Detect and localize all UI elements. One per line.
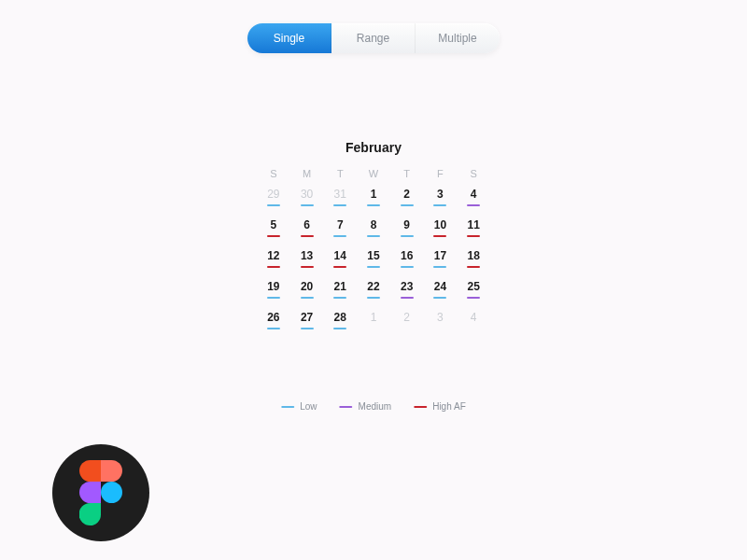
day-level-bar [333, 297, 346, 299]
day-level-bar [433, 204, 446, 206]
figma-logo [52, 444, 149, 541]
weekday-label: F [424, 168, 458, 179]
calendar-day[interactable]: 11 [457, 219, 490, 237]
calendar-day[interactable]: 12 [257, 250, 290, 268]
weekday-label: S [457, 168, 490, 179]
calendar-day[interactable]: 23 [390, 281, 424, 299]
calendar-day[interactable]: 26 [257, 312, 290, 329]
tab-single[interactable]: Single [247, 23, 331, 53]
calendar-day[interactable]: 3 [424, 189, 458, 206]
day-level-bar [433, 235, 446, 237]
legend-label: Medium [359, 401, 392, 412]
day-level-bar [267, 297, 280, 299]
day-level-bar [367, 297, 380, 299]
day-number: 19 [267, 281, 279, 292]
day-number: 27 [301, 312, 313, 323]
legend: LowMediumHigh AF [281, 401, 466, 412]
calendar-day[interactable]: 27 [290, 312, 324, 329]
calendar-day[interactable]: 21 [323, 281, 357, 299]
calendar-day[interactable]: 16 [390, 250, 424, 268]
calendar-day[interactable]: 2 [390, 189, 424, 206]
day-number: 21 [334, 281, 346, 292]
day-level-bar [367, 328, 380, 329]
weekday-label: T [323, 168, 357, 179]
day-number: 4 [471, 312, 477, 323]
calendar-day[interactable]: 13 [290, 250, 324, 268]
day-level-bar [301, 235, 314, 237]
calendar-day[interactable]: 8 [357, 219, 390, 237]
day-number: 28 [334, 312, 346, 323]
tab-multiple[interactable]: Multiple [416, 23, 500, 53]
day-number: 14 [334, 250, 346, 261]
calendar-day[interactable]: 4 [457, 189, 490, 206]
day-number: 2 [403, 312, 410, 323]
calendar-day[interactable]: 14 [323, 250, 357, 268]
weekday-label: M [290, 168, 324, 179]
calendar-day[interactable]: 24 [424, 281, 458, 299]
calendar-day[interactable]: 28 [323, 312, 357, 329]
day-number: 3 [437, 312, 444, 323]
calendar-day: 4 [457, 312, 490, 329]
day-number: 20 [301, 281, 313, 292]
day-level-bar [433, 266, 446, 268]
day-level-bar [367, 266, 380, 268]
weekday-label: S [257, 168, 290, 179]
calendar-day[interactable]: 19 [257, 281, 290, 299]
calendar-day[interactable]: 10 [424, 219, 458, 237]
day-level-bar [433, 297, 446, 299]
calendar-day[interactable]: 18 [457, 250, 490, 268]
day-number: 2 [403, 189, 410, 200]
calendar-day[interactable]: 1 [357, 189, 390, 206]
calendar-day: 31 [323, 189, 357, 206]
day-number: 9 [403, 219, 410, 231]
calendar-day[interactable]: 22 [357, 281, 390, 299]
day-number: 10 [434, 219, 446, 231]
day-level-bar [467, 297, 480, 299]
legend-item: Medium [340, 401, 392, 412]
day-number: 22 [367, 281, 379, 292]
calendar-day[interactable]: 7 [323, 219, 357, 237]
weekday-label: T [390, 168, 424, 179]
calendar-day[interactable]: 17 [424, 250, 458, 268]
day-level-bar [267, 235, 280, 237]
day-level-bar [401, 204, 414, 206]
day-number: 6 [303, 219, 310, 231]
day-number: 12 [267, 250, 279, 261]
tab-label: Multiple [438, 32, 476, 45]
day-number: 25 [467, 281, 479, 292]
day-level-bar [301, 297, 314, 299]
day-number: 23 [401, 281, 413, 292]
day-number: 24 [434, 281, 446, 292]
calendar-day[interactable]: 9 [390, 219, 424, 237]
calendar-grid: 2930311234567891011121314151617181920212… [257, 189, 490, 329]
calendar-day[interactable]: 25 [457, 281, 490, 299]
calendar: February SMTWTFS 29303112345678910111213… [257, 140, 490, 329]
day-level-bar [401, 297, 414, 299]
day-number: 8 [371, 219, 377, 231]
svg-point-0 [101, 482, 122, 503]
tab-label: Range [357, 32, 389, 45]
day-level-bar [301, 266, 314, 268]
calendar-day[interactable]: 6 [290, 219, 324, 237]
calendar-day: 29 [257, 189, 290, 206]
day-level-bar [333, 266, 346, 268]
calendar-day[interactable]: 15 [357, 250, 390, 268]
day-level-bar [433, 328, 446, 329]
calendar-day[interactable]: 20 [290, 281, 324, 299]
day-level-bar [301, 204, 314, 206]
day-level-bar [467, 235, 480, 237]
day-number: 15 [367, 250, 379, 261]
day-level-bar [367, 204, 380, 206]
calendar-day[interactable]: 5 [257, 219, 290, 237]
tab-range[interactable]: Range [331, 23, 416, 53]
day-level-bar [467, 266, 480, 268]
day-level-bar [267, 266, 280, 268]
day-number: 17 [434, 250, 446, 261]
legend-item: High AF [414, 401, 466, 412]
day-number: 16 [401, 250, 413, 261]
day-level-bar [267, 204, 280, 206]
day-number: 5 [271, 219, 277, 231]
day-number: 3 [437, 189, 444, 200]
day-number: 26 [267, 312, 279, 323]
day-number: 1 [371, 189, 377, 200]
